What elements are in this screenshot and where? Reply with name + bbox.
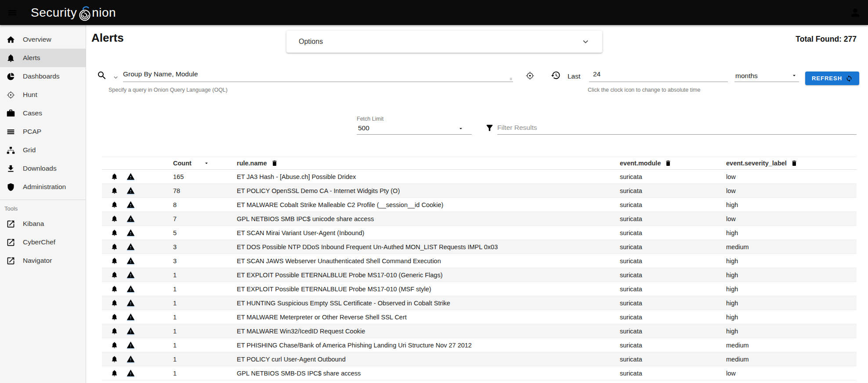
alert-event-module[interactable]: suricata — [620, 314, 726, 321]
warning-triangle-icon[interactable] — [127, 299, 135, 307]
alert-event-module[interactable]: suricata — [620, 215, 726, 222]
alert-rule-name[interactable]: ET DOS Possible NTP DDoS Inbound Frequen… — [234, 243, 620, 251]
clock-history-icon[interactable] — [550, 70, 561, 80]
alert-rule-name[interactable]: ET MALWARE Cobalt Strike Malleable C2 Pr… — [234, 201, 620, 208]
filter-results-input[interactable] — [497, 121, 857, 135]
alert-rule-name[interactable]: ET SCAN JAWS Webserver Unauthenticated S… — [234, 258, 620, 265]
alert-severity-label[interactable]: low — [726, 173, 857, 180]
time-unit-select[interactable]: months — [734, 67, 799, 82]
sidebar-tool-navigator[interactable]: Navigator — [0, 251, 86, 270]
alert-rule-name[interactable]: GPL NETBIOS SMB-DS IPC$ share access — [234, 370, 620, 377]
alert-event-module[interactable]: suricata — [620, 243, 726, 251]
alert-severity-label[interactable]: high — [726, 286, 857, 293]
fetch-limit-select[interactable]: 500 — [357, 122, 472, 135]
alert-count[interactable]: 1 — [142, 342, 234, 349]
table-row[interactable]: 1 ET MALWARE Meterpreter or Other Revers… — [102, 310, 857, 324]
severity-bell-icon[interactable] — [111, 313, 118, 321]
remove-column-icon[interactable] — [665, 160, 672, 167]
table-row[interactable]: 165 ET JA3 Hash - [Abuse.ch] Possible Dr… — [102, 170, 857, 184]
severity-bell-icon[interactable] — [111, 369, 118, 377]
alert-count[interactable]: 165 — [142, 173, 234, 180]
alert-severity-label[interactable]: low — [726, 187, 857, 194]
warning-triangle-icon[interactable] — [127, 341, 135, 349]
alert-severity-label[interactable]: medium — [726, 342, 857, 349]
warning-triangle-icon[interactable] — [127, 355, 135, 363]
severity-bell-icon[interactable] — [111, 229, 118, 236]
alert-severity-label[interactable]: high — [726, 314, 857, 321]
column-header-count[interactable]: Count — [173, 160, 192, 167]
alert-severity-label[interactable]: high — [726, 328, 857, 335]
warning-triangle-icon[interactable] — [127, 243, 135, 251]
warning-triangle-icon[interactable] — [127, 369, 135, 377]
alert-event-module[interactable]: suricata — [620, 187, 726, 194]
alert-severity-label[interactable]: high — [726, 272, 857, 279]
alert-count[interactable]: 1 — [142, 370, 234, 377]
alert-rule-name[interactable]: ET PHISHING Chase/Bank of America Phishi… — [234, 342, 620, 349]
table-row[interactable]: 3 ET SCAN JAWS Webserver Unauthenticated… — [102, 254, 857, 268]
remove-column-icon[interactable] — [791, 160, 798, 167]
alert-severity-label[interactable]: medium — [726, 243, 857, 251]
sidebar-item-administration[interactable]: Administration — [0, 178, 86, 196]
alert-severity-label[interactable]: high — [726, 300, 857, 307]
warning-triangle-icon[interactable] — [127, 215, 135, 223]
warning-triangle-icon[interactable] — [127, 229, 135, 237]
alert-count[interactable]: 1 — [142, 286, 234, 293]
severity-bell-icon[interactable] — [111, 355, 118, 363]
alert-event-module[interactable]: suricata — [620, 370, 726, 377]
sidebar-item-cases[interactable]: Cases — [0, 104, 86, 122]
sidebar-item-pcap[interactable]: PCAP — [0, 122, 86, 141]
alert-severity-label[interactable]: medium — [726, 356, 857, 363]
table-row[interactable]: 1 ET EXPLOIT Possible ETERNALBLUE Probe … — [102, 268, 857, 282]
alert-event-module[interactable]: suricata — [620, 272, 726, 279]
sidebar-item-overview[interactable]: Overview — [0, 30, 86, 49]
warning-triangle-icon[interactable] — [127, 257, 135, 265]
table-row[interactable]: 1 GPL NETBIOS SMB-DS IPC$ share access s… — [102, 366, 857, 380]
sort-desc-icon[interactable] — [203, 160, 210, 166]
crosshair-target-icon[interactable] — [525, 71, 535, 80]
alert-count[interactable]: 78 — [142, 187, 234, 194]
resize-grip-icon[interactable] — [509, 77, 513, 81]
sidebar-item-alerts[interactable]: Alerts — [0, 49, 86, 67]
alert-event-module[interactable]: suricata — [620, 328, 726, 335]
table-row[interactable]: 3 ET DOS Possible NTP DDoS Inbound Frequ… — [102, 240, 857, 254]
query-dropdown-caret-icon[interactable] — [112, 74, 119, 81]
options-panel[interactable]: Options — [286, 31, 602, 53]
alert-count[interactable]: 1 — [142, 314, 234, 321]
sidebar-item-hunt[interactable]: Hunt — [0, 86, 86, 104]
warning-triangle-icon[interactable] — [127, 313, 135, 321]
severity-bell-icon[interactable] — [111, 187, 118, 194]
alert-count[interactable]: 3 — [142, 243, 234, 251]
alert-rule-name[interactable]: ET MALWARE Meterpreter or Other Reverse … — [234, 314, 620, 321]
warning-triangle-icon[interactable] — [127, 186, 135, 195]
severity-bell-icon[interactable] — [111, 243, 118, 251]
severity-bell-icon[interactable] — [111, 257, 118, 265]
alert-rule-name[interactable]: GPL NETBIOS SMB IPC$ unicode share acces… — [234, 215, 620, 222]
severity-bell-icon[interactable] — [111, 285, 118, 293]
table-row[interactable]: 1 ET MALWARE Win32/IcedID Request Cookie… — [102, 324, 857, 338]
table-row[interactable]: 5 ET SCAN Mirai Variant User-Agent (Inbo… — [102, 226, 857, 240]
alert-severity-label[interactable]: high — [726, 229, 857, 236]
alert-event-module[interactable]: suricata — [620, 342, 726, 349]
table-row[interactable]: 8 ET MALWARE Cobalt Strike Malleable C2 … — [102, 198, 857, 212]
sidebar-item-downloads[interactable]: Downloads — [0, 159, 86, 178]
alert-rule-name[interactable]: ET JA3 Hash - [Abuse.ch] Possible Dridex — [234, 173, 620, 180]
severity-bell-icon[interactable] — [111, 299, 118, 307]
alert-rule-name[interactable]: ET EXPLOIT Possible ETERNALBLUE Probe MS… — [234, 286, 620, 293]
alert-event-module[interactable]: suricata — [620, 300, 726, 307]
alert-rule-name[interactable]: ET HUNTING Suspicious Empty SSL Certific… — [234, 300, 620, 307]
sidebar-item-grid[interactable]: Grid — [0, 141, 86, 159]
alert-event-module[interactable]: suricata — [620, 173, 726, 180]
search-icon[interactable] — [97, 70, 107, 81]
alert-count[interactable]: 1 — [142, 356, 234, 363]
alert-severity-label[interactable]: high — [726, 201, 857, 208]
column-header-rule-name[interactable]: rule.name — [237, 160, 267, 167]
sidebar-tool-cyberchef[interactable]: CyberChef — [0, 233, 86, 251]
alert-rule-name[interactable]: ET SCAN Mirai Variant User-Agent (Inboun… — [234, 229, 620, 236]
table-row[interactable]: 1 ET PHISHING Chase/Bank of America Phis… — [102, 338, 857, 352]
severity-bell-icon[interactable] — [111, 173, 118, 180]
column-header-severity-label[interactable]: event.severity_label — [726, 160, 787, 167]
warning-triangle-icon[interactable] — [127, 327, 135, 335]
alert-count[interactable]: 8 — [142, 201, 234, 208]
sidebar-tool-kibana[interactable]: Kibana — [0, 215, 86, 233]
table-row[interactable]: 1 ET POLICY curl User-Agent Outbound sur… — [102, 352, 857, 366]
